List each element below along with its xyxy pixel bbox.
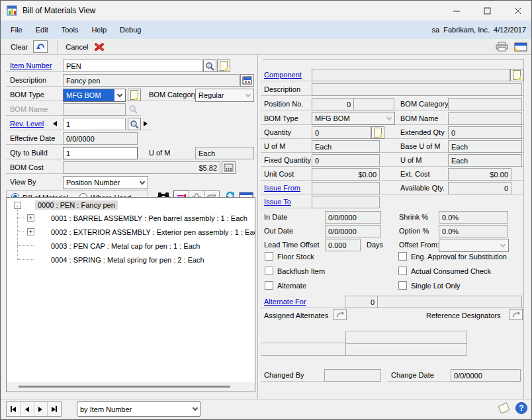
window-title: Bill of Materials View — [22, 6, 95, 15]
undo-icon — [36, 43, 45, 51]
item-number-label[interactable]: Item Number — [10, 62, 52, 69]
nav-prev-button[interactable] — [21, 402, 34, 416]
bom-category-label: BOM Category — [149, 91, 197, 99]
expansion-window-icon — [242, 76, 252, 85]
tree-expand-box[interactable]: + — [27, 214, 34, 222]
component-field[interactable] — [312, 69, 510, 81]
component-bom-name-field — [448, 112, 522, 125]
floor-stock-label[interactable]: Floor Stock — [277, 253, 314, 261]
cancel-x-icon[interactable] — [94, 42, 105, 52]
nav-last-button[interactable] — [48, 402, 61, 416]
single-lot-only-checkbox[interactable] — [398, 281, 407, 290]
issue-to-label[interactable]: Issue To — [264, 198, 291, 206]
backflush-item-checkbox[interactable] — [265, 267, 273, 275]
help-icon[interactable]: ? — [515, 402, 527, 414]
menu-bar: File Edit Tools Help Debug sa Fabrikam, … — [1, 21, 531, 39]
menu-edit[interactable]: Edit — [29, 26, 55, 34]
rev-level-lookup-button[interactable] — [128, 118, 141, 130]
cancel-button-label[interactable]: Cancel — [66, 43, 88, 51]
lead-time-offset-field: 0.000 — [325, 239, 361, 251]
actual-consumed-label[interactable]: Actual Consumed Check — [411, 267, 491, 275]
menu-file[interactable]: File — [4, 26, 29, 34]
issue-from-field[interactable] — [312, 182, 380, 194]
bom-cost-calculator-button[interactable] — [222, 161, 236, 174]
rev-level-label[interactable]: Rev. Level — [10, 120, 44, 128]
reference-designators-expansion-button[interactable] — [509, 309, 523, 320]
single-lot-only-label[interactable]: Single Lot Only — [411, 282, 461, 290]
issue-from-label[interactable]: Issue From — [264, 184, 300, 192]
item-number-field[interactable]: PEN — [63, 60, 203, 72]
days-label: Days — [367, 241, 383, 249]
bom-name-label: BOM Name — [10, 105, 48, 113]
component-label[interactable]: Component — [264, 71, 302, 79]
quantity-field: 0 — [312, 126, 371, 139]
quantity-note-button[interactable] — [371, 126, 384, 139]
component-note-button[interactable] — [510, 69, 523, 81]
item-number-lookup-button[interactable] — [203, 60, 216, 72]
fixed-quantity-label: Fixed Quantity — [264, 156, 311, 164]
bill-of-materials-window: Bill of Materials View File Edit Tools H… — [0, 0, 532, 420]
tree-item[interactable]: 0002 : EXTERIOR ASSEMBLY : Exterior pen … — [51, 228, 255, 236]
tree-item[interactable]: 0003 : PEN CAP : Metal cap for pen : 1 :… — [51, 242, 200, 250]
tree-hscrollbar-thumb[interactable] — [19, 386, 230, 388]
bom-type-note-button[interactable] — [128, 89, 141, 101]
assigned-alternates-expansion-button[interactable] — [333, 309, 347, 320]
layout-window-icon[interactable] — [514, 42, 527, 52]
nav-next-button[interactable] — [34, 402, 48, 416]
floor-stock-checkbox[interactable] — [265, 252, 273, 261]
magnifier-icon — [205, 62, 214, 71]
menu-debug[interactable]: Debug — [113, 26, 148, 34]
component-bom-name-label: BOM Name — [400, 114, 438, 122]
alternate-for-label[interactable]: Alternate For — [264, 298, 306, 306]
sort-by-dropdown[interactable]: by Item Number — [77, 401, 201, 417]
tree-connector — [17, 245, 34, 246]
view-by-dropdown[interactable]: Position Number — [63, 176, 148, 189]
close-button[interactable] — [502, 1, 532, 21]
issue-to-field[interactable] — [312, 196, 380, 208]
title-bar: Bill of Materials View — [1, 1, 531, 21]
chevron-down-icon — [243, 89, 253, 101]
alternate-checkbox[interactable] — [265, 281, 273, 290]
minimize-button[interactable] — [441, 1, 472, 21]
rev-level-prev-icon[interactable] — [53, 121, 57, 126]
chevron-down-icon[interactable] — [114, 89, 125, 101]
magnifier-icon — [130, 120, 139, 129]
alternate-for-field[interactable] — [377, 296, 522, 308]
nav-first-button[interactable] — [7, 402, 21, 416]
clear-undo-button[interactable] — [33, 40, 48, 53]
item-number-note-button[interactable] — [217, 60, 230, 72]
qty-to-build-field[interactable]: 1 — [63, 147, 138, 159]
bottom-note-icon[interactable] — [497, 401, 511, 415]
menu-tools[interactable]: Tools — [55, 26, 85, 34]
print-icon[interactable] — [496, 42, 509, 52]
out-date-label: Out Date — [264, 227, 293, 235]
description-field: Fancy pen — [63, 74, 240, 87]
unit-cost-field: $0.00 — [312, 168, 380, 181]
rev-level-field[interactable]: 1 — [63, 118, 126, 130]
alternate-label[interactable]: Alternate — [277, 282, 306, 290]
tree-expand-box[interactable]: + — [27, 228, 34, 235]
eng-approval-checkbox[interactable] — [398, 252, 407, 261]
maximize-button[interactable] — [472, 1, 502, 21]
backflush-item-label[interactable]: Backflush Item — [277, 267, 325, 275]
tree-collapse-box[interactable]: - — [14, 202, 21, 209]
bom-type-dropdown[interactable]: MFG BOM — [63, 89, 126, 102]
tree-item[interactable]: 0004 : SPRING : Metal spring for pen : 2… — [51, 256, 204, 264]
uofm2-field: Each — [448, 154, 522, 167]
chevron-down-icon[interactable] — [137, 177, 148, 189]
description-expansion-button[interactable] — [240, 74, 254, 87]
bom-type-label: BOM Type — [10, 91, 44, 99]
eng-approval-label[interactable]: Eng. Approval for Substitution — [411, 253, 507, 261]
chevron-down-icon[interactable] — [190, 402, 200, 416]
tree-connector — [17, 218, 26, 218]
calculator-icon — [224, 163, 234, 172]
chevron-down-icon — [384, 112, 394, 124]
menu-help[interactable]: Help — [85, 26, 113, 34]
bom-cost-label: BOM Cost — [10, 163, 44, 171]
clear-button-label[interactable]: Clear — [11, 43, 28, 51]
tree-item[interactable]: 0001 : BARREL ASSEMBLY : Pen barrel asse… — [51, 214, 247, 222]
tree-item-root[interactable]: 0000 : PEN : Fancy pen — [35, 200, 118, 210]
actual-consumed-checkbox[interactable] — [398, 267, 407, 275]
tree-hscrollbar[interactable] — [7, 382, 255, 392]
rev-level-next-icon[interactable] — [144, 121, 148, 126]
